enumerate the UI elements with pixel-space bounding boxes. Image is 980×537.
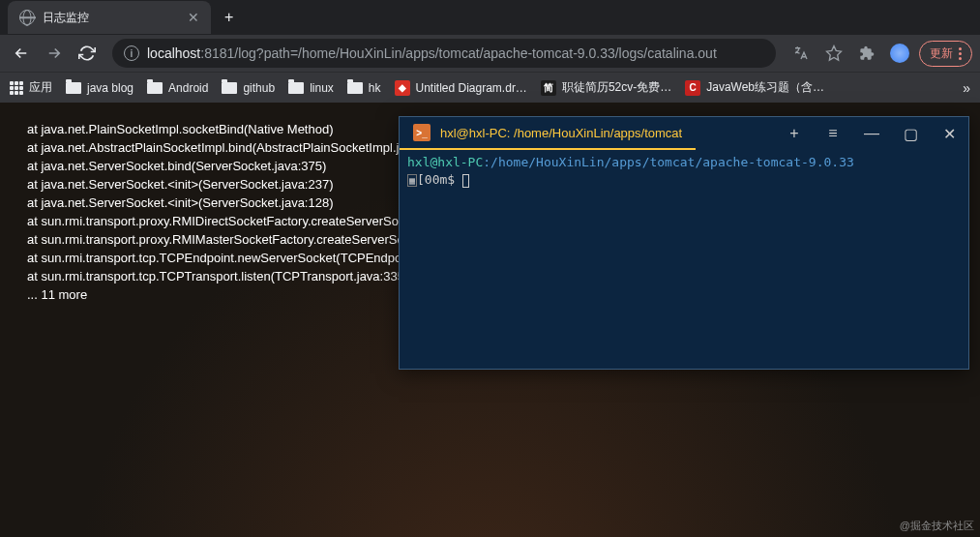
folder-icon: [66, 82, 81, 94]
browser-tab[interactable]: 日志监控 ✕: [8, 1, 211, 34]
folder-icon: [222, 82, 237, 94]
update-button[interactable]: 更新: [919, 41, 972, 67]
terminal-minimize-button[interactable]: —: [852, 117, 891, 150]
watermark: @掘金技术社区: [900, 519, 974, 533]
terminal-line: ▦[00m$: [407, 171, 961, 190]
browser-tab-strip: 日志监控 ✕ +: [0, 0, 980, 35]
bookmark-star-icon[interactable]: [820, 40, 847, 67]
omnibox[interactable]: i localhost:8181/log?path=/home/HouXinLi…: [112, 39, 776, 68]
bookmark-folder[interactable]: hk: [347, 81, 381, 95]
terminal-close-button[interactable]: ✕: [930, 117, 968, 150]
terminal-maximize-button[interactable]: ▢: [891, 117, 930, 150]
terminal-titlebar[interactable]: >_ hxl@hxl-PC: /home/HouXinLin/apps/tomc…: [400, 117, 968, 150]
terminal-title: hxl@hxl-PC: /home/HouXinLin/apps/tomcat: [440, 126, 682, 140]
terminal-icon: >_: [413, 124, 431, 141]
browser-toolbar: i localhost:8181/log?path=/home/HouXinLi…: [0, 35, 980, 72]
bookmark-folder[interactable]: github: [222, 81, 275, 95]
bookmark-folder[interactable]: Android: [147, 81, 208, 95]
translate-icon[interactable]: [787, 40, 815, 67]
apps-shortcut[interactable]: 应用: [10, 79, 52, 96]
back-button[interactable]: [8, 40, 35, 67]
terminal-new-tab-button[interactable]: +: [775, 117, 814, 150]
bookmark-folder[interactable]: linux: [288, 81, 334, 95]
bookmark-folder[interactable]: java blog: [66, 81, 134, 95]
terminal-window[interactable]: >_ hxl@hxl-PC: /home/HouXinLin/apps/tomc…: [399, 116, 969, 370]
folder-icon: [288, 82, 304, 94]
bookmark-link[interactable]: 简职徒简历52cv-免费…: [541, 79, 671, 96]
reload-button[interactable]: [74, 40, 101, 67]
terminal-tab[interactable]: >_ hxl@hxl-PC: /home/HouXinLin/apps/tomc…: [400, 117, 696, 150]
close-icon[interactable]: ✕: [188, 10, 199, 25]
url-text: localhost:8181/log?path=/home/HouXinLin/…: [147, 45, 717, 61]
terminal-hamburger-icon[interactable]: ≡: [814, 117, 852, 150]
new-tab-button[interactable]: +: [211, 9, 247, 26]
kebab-icon: [959, 47, 962, 60]
favicon: C: [685, 80, 700, 96]
bookmark-link[interactable]: ◆Untitled Diagram.dr…: [395, 80, 527, 96]
tab-title: 日志监控: [43, 10, 89, 26]
folder-icon: [347, 82, 363, 94]
favicon: ◆: [395, 80, 410, 96]
bookmarks-overflow-icon[interactable]: »: [963, 80, 970, 96]
apps-grid-icon: [10, 81, 23, 95]
bookmark-link[interactable]: CJavaWeb练习题（含…: [685, 79, 824, 96]
cursor-icon: [462, 174, 469, 188]
globe-icon: [19, 10, 35, 25]
folder-icon: [147, 82, 163, 94]
bookmarks-bar: 应用 java blog Android github linux hk ◆Un…: [0, 72, 980, 103]
terminal-body[interactable]: hxl@hxl-PC:/home/HouXinLin/apps/tomcat/a…: [400, 150, 968, 194]
forward-button[interactable]: [41, 40, 68, 67]
site-info-icon[interactable]: i: [124, 45, 139, 61]
favicon: 简: [541, 80, 556, 96]
profile-avatar-icon[interactable]: [886, 40, 913, 67]
terminal-line: hxl@hxl-PC:/home/HouXinLin/apps/tomcat/a…: [407, 154, 961, 171]
extensions-icon[interactable]: [853, 40, 880, 67]
